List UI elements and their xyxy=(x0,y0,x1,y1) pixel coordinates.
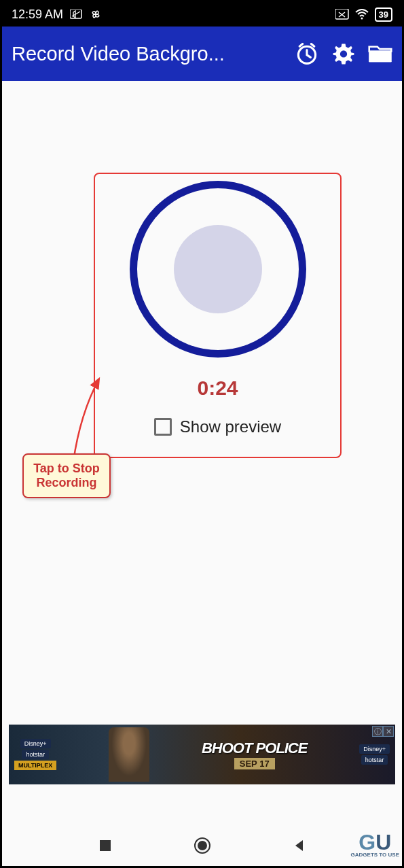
record-card: 0:24 Show preview xyxy=(94,173,342,458)
battery-indicator: 39 xyxy=(375,7,392,22)
ad-brand-right: Disney+ xyxy=(359,744,390,754)
folder-icon[interactable] xyxy=(368,41,392,66)
navigation-bar xyxy=(2,825,402,866)
show-preview-checkbox[interactable] xyxy=(154,418,172,436)
fan-icon xyxy=(89,7,103,21)
wifi-icon xyxy=(354,8,369,20)
annotation-callout: Tap to Stop Recording xyxy=(22,453,111,498)
ad-brand-right-2: hotstar xyxy=(361,755,388,765)
svg-point-2 xyxy=(361,18,363,20)
ad-subtitle: SEP 17 xyxy=(234,758,275,769)
watermark: GU GADGETS TO USE xyxy=(351,834,399,858)
record-indicator xyxy=(174,225,262,313)
svg-point-4 xyxy=(340,50,347,57)
ad-controls: ⓘ ✕ xyxy=(372,726,394,737)
status-bar: 12:59 AM 39 xyxy=(2,2,402,27)
nav-back-button[interactable] xyxy=(290,836,309,855)
ad-title: BHOOT POLICE xyxy=(202,740,307,757)
ad-person-image xyxy=(109,727,149,782)
ad-close-icon[interactable]: ✕ xyxy=(383,726,394,737)
svg-rect-6 xyxy=(100,840,111,851)
ad-info-icon[interactable]: ⓘ xyxy=(372,726,383,737)
settings-icon[interactable] xyxy=(331,41,356,66)
signal-icon xyxy=(335,9,349,20)
svg-point-8 xyxy=(198,841,207,850)
ad-brand-left: Disney+ xyxy=(20,739,51,748)
show-preview-label: Show preview xyxy=(180,417,281,436)
alarm-icon[interactable] xyxy=(295,41,319,66)
app-title: Record Video Backgro... xyxy=(12,43,289,65)
nav-recent-button[interactable] xyxy=(96,836,115,855)
record-button[interactable] xyxy=(130,181,306,358)
ad-banner[interactable]: ⓘ ✕ Disney+ hotstar MULTIPLEX BHOOT POLI… xyxy=(9,725,395,784)
nav-home-button[interactable] xyxy=(193,836,212,855)
mute-icon xyxy=(70,10,82,19)
content-area: 0:24 Show preview Tap to Stop Recording … xyxy=(2,81,402,825)
app-bar: Record Video Backgro... xyxy=(2,27,402,81)
preview-row[interactable]: Show preview xyxy=(154,417,281,436)
ad-tag: MULTIPLEX xyxy=(14,761,56,770)
ad-brand-left-2: hotstar xyxy=(22,750,49,759)
status-time: 12:59 AM xyxy=(12,7,63,22)
svg-rect-1 xyxy=(335,9,348,19)
recording-timer: 0:24 xyxy=(197,377,238,400)
